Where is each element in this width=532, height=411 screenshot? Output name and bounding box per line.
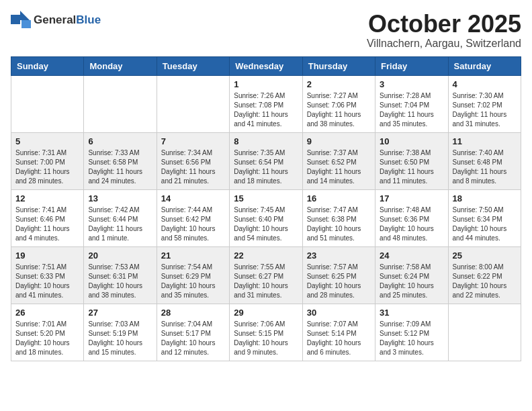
day-info: Sunrise: 7:01 AM Sunset: 5:20 PM Dayligh…: [15, 320, 79, 357]
calendar-table: SundayMondayTuesdayWednesdayThursdayFrid…: [11, 56, 521, 361]
day-info: Sunrise: 7:34 AM Sunset: 6:56 PM Dayligh…: [161, 148, 225, 186]
calendar-cell: 19Sunrise: 7:51 AM Sunset: 6:33 PM Dayli…: [11, 246, 84, 304]
day-info: Sunrise: 7:41 AM Sunset: 6:46 PM Dayligh…: [15, 205, 79, 243]
day-number: 20: [88, 250, 152, 261]
day-number: 11: [453, 136, 517, 146]
day-number: 14: [161, 193, 225, 203]
calendar-cell: 18Sunrise: 7:50 AM Sunset: 6:34 PM Dayli…: [448, 189, 521, 246]
week-row-3: 12Sunrise: 7:41 AM Sunset: 6:46 PM Dayli…: [11, 189, 521, 246]
day-number: 3: [380, 79, 443, 89]
calendar-cell: 23Sunrise: 7:57 AM Sunset: 6:25 PM Dayli…: [302, 246, 375, 304]
calendar-cell: 27Sunrise: 7:03 AM Sunset: 5:19 PM Dayli…: [84, 304, 157, 361]
calendar-cell: 22Sunrise: 7:55 AM Sunset: 6:27 PM Dayli…: [230, 246, 302, 304]
day-info: Sunrise: 7:33 AM Sunset: 6:58 PM Dayligh…: [88, 148, 152, 186]
day-number: 23: [307, 250, 371, 261]
calendar-cell: 15Sunrise: 7:45 AM Sunset: 6:40 PM Dayli…: [230, 189, 302, 246]
calendar-cell: 14Sunrise: 7:44 AM Sunset: 6:42 PM Dayli…: [157, 189, 229, 246]
day-info: Sunrise: 7:45 AM Sunset: 6:40 PM Dayligh…: [234, 205, 298, 243]
day-number: 13: [88, 193, 152, 203]
day-number: 10: [380, 136, 443, 146]
calendar-cell: 25Sunrise: 8:00 AM Sunset: 6:22 PM Dayli…: [448, 246, 521, 304]
day-info: Sunrise: 7:42 AM Sunset: 6:44 PM Dayligh…: [88, 205, 152, 243]
day-info: Sunrise: 7:50 AM Sunset: 6:34 PM Dayligh…: [453, 205, 517, 243]
weekday-header-tuesday: Tuesday: [157, 56, 229, 75]
svg-rect-2: [21, 20, 31, 28]
day-number: 7: [161, 136, 225, 146]
day-number: 2: [307, 79, 371, 89]
calendar-cell: 9Sunrise: 7:37 AM Sunset: 6:52 PM Daylig…: [302, 132, 375, 189]
day-number: 28: [161, 308, 225, 318]
calendar-cell: 7Sunrise: 7:34 AM Sunset: 6:56 PM Daylig…: [157, 132, 229, 189]
day-number: 18: [453, 193, 517, 203]
calendar-cell: 4Sunrise: 7:30 AM Sunset: 7:02 PM Daylig…: [448, 75, 521, 132]
calendar-cell: 26Sunrise: 7:01 AM Sunset: 5:20 PM Dayli…: [11, 304, 84, 361]
month-title: October 2025: [367, 11, 521, 38]
weekday-header-sunday: Sunday: [11, 56, 84, 75]
calendar-cell: 16Sunrise: 7:47 AM Sunset: 6:38 PM Dayli…: [302, 189, 375, 246]
day-info: Sunrise: 7:07 AM Sunset: 5:14 PM Dayligh…: [307, 320, 371, 357]
weekday-header-wednesday: Wednesday: [230, 56, 302, 75]
calendar-cell: 21Sunrise: 7:54 AM Sunset: 6:29 PM Dayli…: [157, 246, 229, 304]
weekday-header-thursday: Thursday: [302, 56, 375, 75]
calendar-cell: 10Sunrise: 7:38 AM Sunset: 6:50 PM Dayli…: [375, 132, 448, 189]
calendar-cell: 11Sunrise: 7:40 AM Sunset: 6:48 PM Dayli…: [448, 132, 521, 189]
day-info: Sunrise: 7:53 AM Sunset: 6:31 PM Dayligh…: [88, 263, 152, 300]
day-info: Sunrise: 7:09 AM Sunset: 5:12 PM Dayligh…: [380, 320, 443, 357]
weekday-header-row: SundayMondayTuesdayWednesdayThursdayFrid…: [11, 56, 521, 75]
calendar-cell: 31Sunrise: 7:09 AM Sunset: 5:12 PM Dayli…: [375, 304, 448, 361]
calendar-cell: 20Sunrise: 7:53 AM Sunset: 6:31 PM Dayli…: [84, 246, 157, 304]
day-number: 8: [234, 136, 298, 146]
day-number: 22: [234, 250, 298, 261]
day-info: Sunrise: 7:26 AM Sunset: 7:08 PM Dayligh…: [234, 91, 298, 129]
day-info: Sunrise: 7:03 AM Sunset: 5:19 PM Dayligh…: [88, 320, 152, 357]
day-number: 17: [380, 193, 443, 203]
day-info: Sunrise: 7:51 AM Sunset: 6:33 PM Dayligh…: [15, 263, 79, 300]
day-info: Sunrise: 7:31 AM Sunset: 7:00 PM Dayligh…: [15, 148, 79, 186]
day-info: Sunrise: 7:44 AM Sunset: 6:42 PM Dayligh…: [161, 205, 225, 243]
day-number: 1: [234, 79, 298, 89]
svg-rect-0: [11, 15, 20, 24]
day-number: 19: [15, 250, 79, 261]
day-number: 30: [307, 308, 371, 318]
calendar-cell: 5Sunrise: 7:31 AM Sunset: 7:00 PM Daylig…: [11, 132, 84, 189]
calendar-cell: [11, 75, 84, 132]
logo: GeneralBlue: [11, 11, 101, 30]
week-row-1: 1Sunrise: 7:26 AM Sunset: 7:08 PM Daylig…: [11, 75, 521, 132]
weekday-header-monday: Monday: [84, 56, 157, 75]
day-number: 31: [380, 308, 443, 318]
week-row-5: 26Sunrise: 7:01 AM Sunset: 5:20 PM Dayli…: [11, 304, 521, 361]
day-number: 25: [453, 250, 517, 261]
day-number: 4: [453, 79, 517, 89]
calendar-cell: [84, 75, 157, 132]
day-number: 9: [307, 136, 371, 146]
calendar-cell: 12Sunrise: 7:41 AM Sunset: 6:46 PM Dayli…: [11, 189, 84, 246]
day-info: Sunrise: 7:37 AM Sunset: 6:52 PM Dayligh…: [307, 148, 371, 186]
calendar-cell: 1Sunrise: 7:26 AM Sunset: 7:08 PM Daylig…: [230, 75, 302, 132]
day-info: Sunrise: 7:27 AM Sunset: 7:06 PM Dayligh…: [307, 91, 371, 129]
logo-blue: Blue: [76, 13, 101, 26]
day-info: Sunrise: 7:47 AM Sunset: 6:38 PM Dayligh…: [307, 205, 371, 243]
day-info: Sunrise: 7:55 AM Sunset: 6:27 PM Dayligh…: [234, 263, 298, 300]
day-number: 21: [161, 250, 225, 261]
calendar-cell: [448, 304, 521, 361]
calendar-cell: 8Sunrise: 7:35 AM Sunset: 6:54 PM Daylig…: [230, 132, 302, 189]
day-info: Sunrise: 7:58 AM Sunset: 6:24 PM Dayligh…: [380, 263, 443, 300]
day-number: 6: [88, 136, 152, 146]
logo-general: General: [34, 13, 76, 26]
week-row-2: 5Sunrise: 7:31 AM Sunset: 7:00 PM Daylig…: [11, 132, 521, 189]
day-info: Sunrise: 8:00 AM Sunset: 6:22 PM Dayligh…: [453, 263, 517, 300]
calendar-cell: 28Sunrise: 7:04 AM Sunset: 5:17 PM Dayli…: [157, 304, 229, 361]
day-number: 5: [15, 136, 79, 146]
day-info: Sunrise: 7:40 AM Sunset: 6:48 PM Dayligh…: [453, 148, 517, 186]
day-number: 16: [307, 193, 371, 203]
day-info: Sunrise: 7:48 AM Sunset: 6:36 PM Dayligh…: [380, 205, 443, 243]
calendar-cell: 13Sunrise: 7:42 AM Sunset: 6:44 PM Dayli…: [84, 189, 157, 246]
calendar-cell: 6Sunrise: 7:33 AM Sunset: 6:58 PM Daylig…: [84, 132, 157, 189]
day-info: Sunrise: 7:35 AM Sunset: 6:54 PM Dayligh…: [234, 148, 298, 186]
day-number: 26: [15, 308, 79, 318]
calendar-cell: 24Sunrise: 7:58 AM Sunset: 6:24 PM Dayli…: [375, 246, 448, 304]
location: Villnachern, Aargau, Switzerland: [367, 38, 521, 50]
day-number: 27: [88, 308, 152, 318]
calendar-cell: 17Sunrise: 7:48 AM Sunset: 6:36 PM Dayli…: [375, 189, 448, 246]
day-info: Sunrise: 7:04 AM Sunset: 5:17 PM Dayligh…: [161, 320, 225, 357]
